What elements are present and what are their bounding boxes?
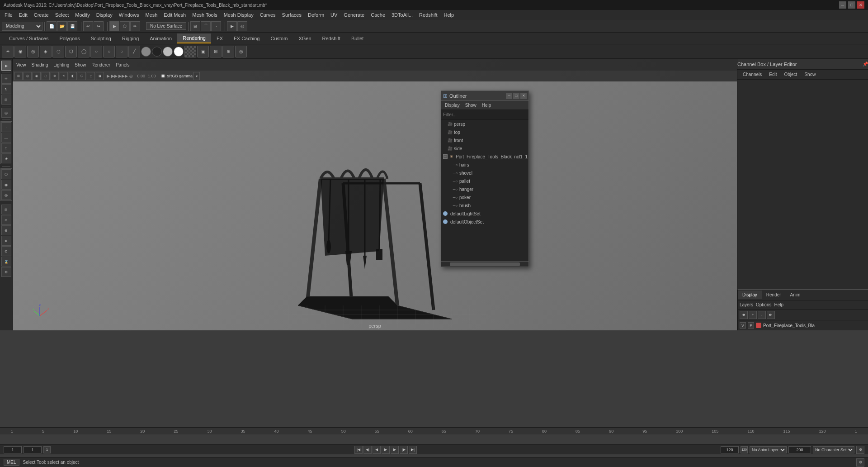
vp-btn-1[interactable]: ⊞: [14, 72, 23, 80]
shelf-render4-icon[interactable]: ◎: [235, 46, 247, 57]
vp-btn-10[interactable]: ▣: [96, 72, 104, 80]
vp-btn-8[interactable]: ⬡: [78, 72, 86, 80]
layer-menu-options[interactable]: Options: [756, 302, 771, 307]
go-end-button[interactable]: ▶|: [409, 446, 417, 454]
maximize-button[interactable]: □: [848, 1, 855, 9]
next-key-button[interactable]: |▶: [400, 446, 408, 454]
tab-animation[interactable]: Animation: [144, 34, 177, 43]
outliner-titlebar[interactable]: ⊞ Outliner ─ □ ✕: [441, 91, 528, 101]
outliner-item-front[interactable]: 🎥 front: [445, 136, 528, 144]
shelf-render3-icon[interactable]: ⊕: [222, 46, 234, 57]
tab-rigging[interactable]: Rigging: [117, 34, 144, 43]
group-expand-button[interactable]: ─: [443, 154, 448, 159]
shelf-dark-circle[interactable]: [152, 47, 162, 57]
range-start-input[interactable]: [24, 446, 42, 453]
outliner-item-shovel[interactable]: ─○ shovel: [450, 169, 528, 177]
outliner-maximize-button[interactable]: □: [513, 93, 519, 99]
shelf-render1-icon[interactable]: ▣: [197, 46, 209, 57]
layer-remove-button[interactable]: -: [758, 311, 766, 319]
undo-button[interactable]: ↩: [83, 21, 93, 31]
go-start-button[interactable]: |◀: [354, 446, 363, 454]
layer-tab-display[interactable]: Display: [738, 291, 762, 299]
layer-menu-layers[interactable]: Layers: [740, 302, 753, 307]
vp-btn-7[interactable]: ◧: [69, 72, 77, 80]
vp-menu-renderer[interactable]: Renderer: [90, 62, 112, 68]
layer-visibility-p[interactable]: P: [748, 322, 754, 329]
shelf-light3-icon[interactable]: ◈: [40, 46, 52, 57]
vp-menu-shading[interactable]: Shading: [30, 62, 50, 68]
shelf-light-circle[interactable]: [163, 47, 173, 57]
menu-surfaces[interactable]: Surfaces: [279, 11, 304, 19]
rotate-tool-button[interactable]: ↻: [1, 84, 11, 94]
outliner-item-default-object-set[interactable]: defaultObjectSet: [441, 218, 528, 226]
vp-menu-view[interactable]: View: [14, 62, 28, 68]
menu-create[interactable]: Create: [31, 11, 52, 19]
outliner-item-default-light-set[interactable]: defaultLightSet: [441, 210, 528, 218]
tab-sculpting[interactable]: Sculpting: [85, 34, 117, 43]
render-button[interactable]: ▶: [227, 21, 237, 31]
layer-visibility-v[interactable]: V: [740, 322, 746, 329]
ch-tab-channels[interactable]: Channels: [739, 71, 765, 78]
mode-dropdown[interactable]: Modeling: [2, 22, 42, 31]
prev-key-button[interactable]: ◀|: [363, 446, 372, 454]
menu-edit-mesh[interactable]: Edit Mesh: [161, 11, 189, 19]
edge-mode-button[interactable]: —: [1, 133, 11, 143]
shelf-tool5-icon[interactable]: ○: [116, 46, 127, 57]
shelf-yellow-circle[interactable]: [141, 47, 151, 57]
layer-next-button[interactable]: ⏭: [767, 311, 775, 319]
select-tool-button[interactable]: ▶: [1, 61, 11, 71]
menu-cache[interactable]: Cache: [368, 11, 388, 19]
menu-edit[interactable]: Edit: [16, 11, 30, 19]
vp-menu-lighting[interactable]: Lighting: [52, 62, 71, 68]
new-scene-button[interactable]: 📄: [47, 21, 57, 31]
no-char-set-dropdown[interactable]: No Character Set: [813, 446, 854, 453]
smooth-wire-button[interactable]: ◎: [1, 190, 11, 200]
move-tool-button[interactable]: ✛: [1, 74, 11, 84]
vp-gamma-dropdown[interactable]: ▼: [193, 72, 200, 80]
menu-uv[interactable]: UV: [328, 11, 340, 19]
close-button[interactable]: ✕: [857, 1, 864, 9]
snap2-button[interactable]: ⊕: [1, 215, 11, 225]
prev-frame-button[interactable]: ◀: [373, 446, 381, 454]
ch-tab-object[interactable]: Object: [781, 71, 801, 78]
vertex-mode-button[interactable]: ·: [1, 122, 11, 132]
vp-btn-9[interactable]: □: [87, 72, 95, 80]
tab-polygons[interactable]: Polygons: [54, 34, 85, 43]
layer-prev-button[interactable]: ⏮: [740, 311, 748, 319]
outliner-item-poker[interactable]: ─○ poker: [450, 193, 528, 201]
scale-tool-button[interactable]: ⊞: [1, 95, 11, 105]
uv-mode-button[interactable]: ◈: [1, 153, 11, 163]
snap3-button[interactable]: ⊖: [1, 225, 11, 235]
outliner-item-persp[interactable]: 🎥 persp: [445, 120, 528, 128]
outliner-menu-display[interactable]: Display: [443, 102, 462, 108]
tab-bullet[interactable]: Bullet: [346, 34, 369, 43]
outliner-menu-show[interactable]: Show: [463, 102, 478, 108]
wireframe-button[interactable]: ⬡: [1, 169, 11, 179]
ch-tab-show[interactable]: Show: [801, 71, 819, 78]
outliner-item-pallet[interactable]: ─○ pallet: [450, 177, 528, 185]
outliner-item-top[interactable]: 🎥 top: [445, 128, 528, 136]
outliner-scroll-thumb[interactable]: [450, 262, 519, 266]
menu-deform[interactable]: Deform: [305, 11, 327, 19]
menu-help[interactable]: Help: [441, 11, 457, 19]
menu-3dto[interactable]: 3DToAll...: [389, 11, 415, 19]
vp-menu-panels[interactable]: Panels: [114, 62, 132, 68]
ch-tab-edit[interactable]: Edit: [765, 71, 780, 78]
end-frame-input[interactable]: [721, 446, 739, 453]
vp-btn-6[interactable]: ☀: [60, 72, 68, 80]
shelf-checker-icon[interactable]: [184, 46, 196, 57]
tab-custom[interactable]: Custom: [265, 34, 293, 43]
vp-menu-show[interactable]: Show: [73, 62, 88, 68]
menu-mesh-tools[interactable]: Mesh Tools: [189, 11, 220, 19]
viewport[interactable]: View Shading Lighting Show Renderer Pane…: [13, 59, 737, 330]
smooth-button[interactable]: ◉: [1, 180, 11, 190]
shelf-light1-icon[interactable]: ◉: [14, 46, 26, 57]
menu-mesh[interactable]: Mesh: [142, 11, 160, 19]
shelf-light4-icon[interactable]: ◌: [52, 46, 64, 57]
snap-curve-button[interactable]: ⌒: [201, 21, 211, 31]
face-mode-button[interactable]: □: [1, 143, 11, 153]
status-settings-button[interactable]: ⚙: [856, 458, 864, 467]
tab-redshift[interactable]: Redshift: [317, 34, 346, 43]
redo-button[interactable]: ↪: [94, 21, 104, 31]
play-button[interactable]: ▶: [382, 446, 390, 454]
